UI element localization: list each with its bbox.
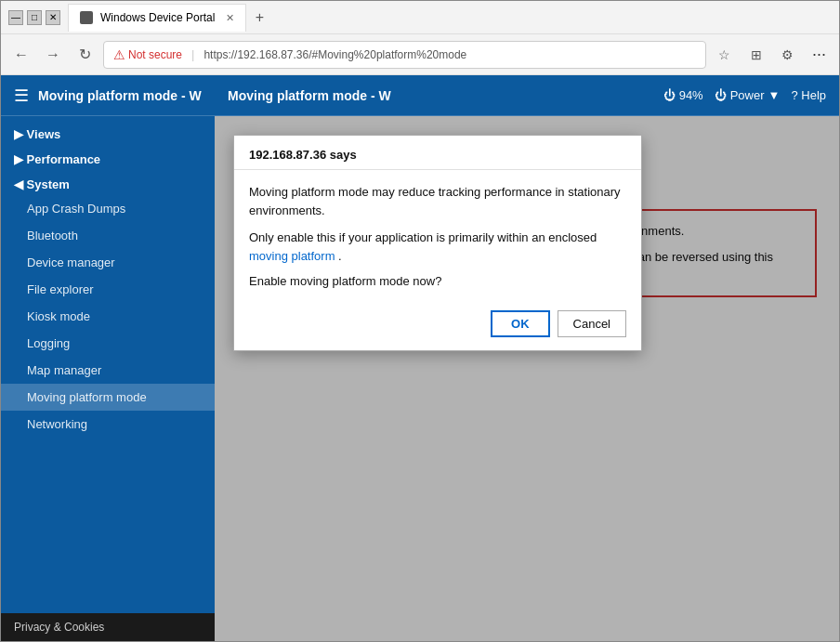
- browser-tab[interactable]: Windows Device Portal ✕: [68, 4, 246, 32]
- url-text: https://192.168.87.36/#Moving%20platform…: [203, 48, 466, 61]
- privacy-cookies-link[interactable]: Privacy & Cookies: [1, 613, 215, 641]
- dialog-body: Moving platform mode may reduce tracking…: [234, 170, 641, 301]
- sidebar-item-performance[interactable]: ▶ Performance: [1, 145, 215, 170]
- sidebar-item-system[interactable]: ◀ System: [1, 170, 215, 195]
- sidebar-item-views[interactable]: ▶ Views: [1, 120, 215, 145]
- dialog-overlay: 192.168.87.36 says Moving platform mode …: [215, 116, 839, 641]
- address-input[interactable]: ⚠ Not secure | https://192.168.87.36/#Mo…: [103, 41, 706, 69]
- dialog-origin: 192.168.87.36 says: [249, 148, 357, 162]
- sidebar-item-networking[interactable]: Networking: [1, 411, 215, 438]
- minimize-button[interactable]: —: [8, 10, 23, 25]
- app-layout: ☰ Moving platform mode - W ▶ Views ▶ Per…: [1, 75, 839, 641]
- favorites-icon[interactable]: ☆: [712, 42, 738, 68]
- hamburger-icon[interactable]: ☰: [14, 85, 29, 106]
- dialog-ok-button[interactable]: OK: [491, 310, 550, 337]
- moving-platform-link[interactable]: moving platform: [249, 249, 335, 263]
- sidebar-nav: ▶ Views ▶ Performance ◀ System App Crash…: [1, 116, 215, 613]
- dialog-message-2: Only enable this if your application is …: [249, 229, 626, 265]
- title-bar: — □ ✕ Windows Device Portal ✕ +: [1, 1, 839, 34]
- sidebar-item-logging[interactable]: Logging: [1, 330, 215, 357]
- top-nav-bar: Moving platform mode - W ⏻ 94% ⏻ Power ▼…: [215, 75, 839, 116]
- sidebar-item-bluetooth[interactable]: Bluetooth: [1, 222, 215, 249]
- collections-icon[interactable]: ⊞: [743, 42, 769, 68]
- help-button[interactable]: ? Help: [791, 88, 826, 102]
- dialog: 192.168.87.36 says Moving platform mode …: [233, 135, 642, 351]
- sidebar-item-map-manager[interactable]: Map manager: [1, 357, 215, 384]
- dialog-header: 192.168.87.36 says: [234, 136, 641, 170]
- main-content: ed for use on moving platforms, not prim…: [215, 116, 839, 641]
- sidebar-header: ☰ Moving platform mode - W: [1, 75, 215, 116]
- dialog-question: Enable moving platform mode now?: [249, 274, 626, 288]
- battery-indicator: ⏻ 94%: [663, 88, 703, 102]
- address-bar: ← → ↻ ⚠ Not secure | https://192.168.87.…: [1, 34, 839, 75]
- sidebar-item-kiosk-mode[interactable]: Kiosk mode: [1, 303, 215, 330]
- close-button[interactable]: ✕: [46, 10, 60, 25]
- warning-icon: ⚠: [113, 47, 125, 62]
- browser-more-button[interactable]: ···: [807, 45, 832, 64]
- maximize-button[interactable]: □: [27, 10, 42, 25]
- power-button[interactable]: ⏻ Power ▼: [715, 88, 781, 102]
- not-secure-badge: ⚠ Not secure: [113, 47, 182, 62]
- sidebar: ☰ Moving platform mode - W ▶ Views ▶ Per…: [1, 75, 215, 641]
- sidebar-item-file-explorer[interactable]: File explorer: [1, 276, 215, 303]
- refresh-button[interactable]: ↻: [72, 42, 98, 68]
- dialog-footer: OK Cancel: [234, 301, 641, 350]
- power-arrow-icon: ▼: [768, 88, 781, 102]
- forward-button[interactable]: →: [40, 42, 66, 68]
- page-title: Moving platform mode - W: [228, 88, 654, 103]
- tab-close-button[interactable]: ✕: [226, 12, 234, 24]
- dialog-message-1: Moving platform mode may reduce tracking…: [249, 183, 626, 219]
- sidebar-item-moving-platform-mode[interactable]: Moving platform mode: [1, 384, 215, 411]
- url-separator: |: [191, 47, 194, 61]
- sidebar-item-app-crash-dumps[interactable]: App Crash Dumps: [1, 195, 215, 222]
- browser-frame: — □ ✕ Windows Device Portal ✕ + ← → ↻ ⚠ …: [0, 0, 840, 642]
- extensions-icon[interactable]: ⚙: [775, 42, 801, 68]
- window-controls: — □ ✕: [8, 10, 60, 25]
- new-tab-button[interactable]: +: [246, 5, 272, 31]
- tab-favicon: [80, 11, 93, 24]
- sidebar-header-title: Moving platform mode - W: [38, 88, 202, 103]
- tab-title: Windows Device Portal: [100, 11, 215, 24]
- power-icon: ⏻: [715, 88, 727, 102]
- back-button[interactable]: ←: [8, 42, 34, 68]
- sidebar-item-device-manager[interactable]: Device manager: [1, 249, 215, 276]
- dialog-cancel-button[interactable]: Cancel: [558, 310, 626, 337]
- top-nav-right: ⏻ 94% ⏻ Power ▼ ? Help: [663, 88, 826, 102]
